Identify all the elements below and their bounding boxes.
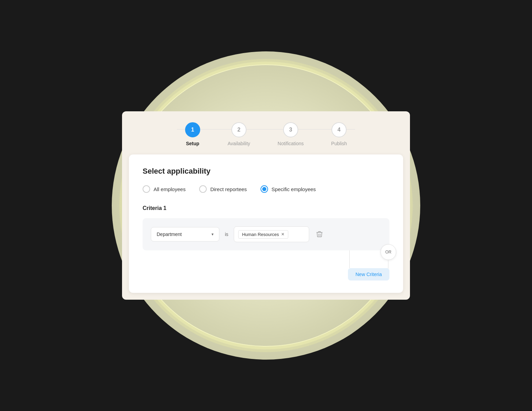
chevron-down-icon: ▾ [211,232,214,237]
step-label-setup: Setup [186,141,200,146]
trash-icon [316,231,323,238]
radio-group: All employees Direct reportees Specific … [143,185,389,193]
radio-label-all: All employees [154,186,185,192]
is-label: is [223,232,230,237]
step-availability[interactable]: 2 Availability [228,122,250,146]
step-label-availability: Availability [228,141,250,146]
step-label-publish: Publish [331,141,347,146]
new-criteria-button[interactable]: New Criteria [348,268,389,281]
or-badge: OR [380,244,396,260]
criteria-title: Criteria 1 [143,205,389,211]
step-circle-3: 3 [283,122,298,137]
radio-label-direct: Direct reportees [210,186,247,192]
main-container: 1 Setup 2 Availability 3 Notifications 4 [122,111,410,300]
connector-line [349,250,350,268]
radio-all-employees[interactable]: All employees [143,185,185,193]
section-title: Select applicability [143,167,389,176]
step-label-notifications: Notifications [278,141,304,146]
radio-specific-employees[interactable]: Specific employees [261,185,316,193]
tag-remove-icon[interactable]: ✕ [281,232,285,236]
background-decoration: 1 Setup 2 Availability 3 Notifications 4 [112,51,420,360]
department-select-label: Department [157,232,182,237]
step-setup[interactable]: 1 Setup [185,122,200,146]
step-publish[interactable]: 4 Publish [331,122,347,146]
radio-circle-specific [261,185,268,193]
step-circle-4: 4 [331,122,347,137]
tag-label: Human Resources [242,232,279,237]
radio-label-specific: Specific employees [271,186,316,192]
department-dropdown[interactable]: Department ▾ [151,227,219,241]
radio-direct-reportees[interactable]: Direct reportees [199,185,247,193]
step-circle-1: 1 [185,122,200,137]
new-criteria-area: New Criteria [143,268,389,281]
stepper: 1 Setup 2 Availability 3 Notifications 4 [122,111,410,154]
tag-input[interactable]: Human Resources ✕ [234,226,309,242]
criteria-box: Department ▾ is Human Resources ✕ [143,218,389,250]
human-resources-tag: Human Resources ✕ [238,230,288,239]
step-notifications[interactable]: 3 Notifications [278,122,304,146]
criteria-row: Department ▾ is Human Resources ✕ [151,226,381,242]
radio-circle-all [143,185,150,193]
or-label: OR [385,250,391,254]
delete-criteria-button[interactable] [313,228,326,240]
radio-circle-direct [199,185,207,193]
step-circle-2: 2 [231,122,246,137]
applicability-card: Select applicability All employees Direc… [129,154,403,293]
